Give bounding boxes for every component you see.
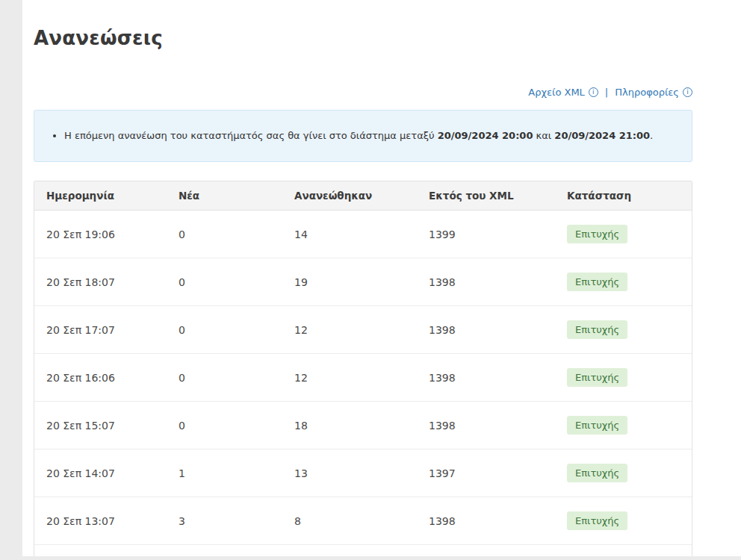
table-row: 20 Σεπ 19:06 0 14 1399 Επιτυχής [34,211,692,258]
xml-file-link-label: Αρχείο XML [528,87,585,98]
column-header-status: Κατάσταση [555,181,692,211]
table-row: 20 Σεπ 17:07 0 12 1398 Επιτυχής [34,306,692,354]
table-row: 20 Σεπ 15:07 0 18 1398 Επιτυχής [34,402,692,449]
column-header-outside-xml: Εκτός του XML [417,181,555,211]
alert-start-datetime: 20/09/2024 20:00 [438,130,533,141]
cell-new: 0 [167,306,282,354]
status-badge: Επιτυχής [567,273,627,291]
cell-new: 0 [167,545,282,556]
status-badge: Επιτυχής [567,320,627,339]
cell-date: 20 Σεπ 12:07 [34,545,167,556]
cell-date: 20 Σεπ 14:07 [34,449,167,497]
cell-renewed: 13 [282,449,417,497]
status-badge: Επιτυχής [567,368,627,387]
alert-text: Η επόμενη ανανέωση του καταστήματός σας … [64,130,438,141]
cell-outside-xml: 1398 [417,258,555,306]
next-renewal-message: Η επόμενη ανανέωση του καταστήματός σας … [64,129,677,143]
status-badge: Επιτυχής [567,464,627,482]
toolbar: Αρχείο XMLi|Πληροφορίεςi [34,87,692,98]
xml-file-link[interactable]: Αρχείο XMLi [528,87,598,98]
cell-outside-xml: 1398 [417,354,555,402]
cell-date: 20 Σεπ 13:07 [34,497,167,545]
next-renewal-alert: Η επόμενη ανανέωση του καταστήματός σας … [34,110,692,162]
table-row: 20 Σεπ 18:07 0 19 1398 Επιτυχής [34,258,692,306]
information-link[interactable]: Πληροφορίεςi [615,87,692,98]
cell-renewed: 16 [282,545,417,556]
table-row: 20 Σεπ 13:07 3 8 1398 Επιτυχής [34,497,692,545]
cell-new: 3 [167,497,282,545]
renewals-table: Ημερομηνία Νέα Ανανεώθηκαν Εκτός του XML… [34,181,692,556]
info-icon[interactable]: i [683,87,692,97]
information-link-label: Πληροφορίες [615,87,679,98]
cell-date: 20 Σεπ 16:06 [34,354,167,402]
cell-new: 0 [167,354,282,402]
cell-outside-xml: 1398 [417,497,555,545]
cell-outside-xml: 1399 [417,211,555,258]
status-badge: Επιτυχής [567,511,627,530]
cell-renewed: 18 [282,402,417,449]
cell-date: 20 Σεπ 18:07 [34,258,167,306]
table-header-row: Ημερομηνία Νέα Ανανεώθηκαν Εκτός του XML… [34,181,692,211]
table-row: 20 Σεπ 14:07 1 13 1397 Επιτυχής [34,449,692,497]
cell-outside-xml: 1397 [417,545,555,556]
cell-renewed: 19 [282,258,417,306]
status-badge: Επιτυχής [567,416,627,435]
renewals-table-container: Ημερομηνία Νέα Ανανεώθηκαν Εκτός του XML… [34,181,692,556]
cell-renewed: 12 [282,306,417,354]
cell-date: 20 Σεπ 17:07 [34,306,167,354]
status-badge: Επιτυχής [567,225,627,243]
cell-renewed: 8 [282,497,417,545]
cell-new: 0 [167,211,282,258]
column-header-new: Νέα [167,181,282,211]
table-row: 20 Σεπ 12:07 0 16 1397 Επιτυχής [34,545,692,556]
alert-text: και [533,130,554,141]
cell-renewed: 14 [282,211,417,258]
alert-end-datetime: 20/09/2024 21:00 [554,130,650,141]
cell-date: 20 Σεπ 15:07 [34,402,167,449]
cell-new: 1 [167,449,282,497]
page-title: Ανανεώσεις [34,27,692,49]
cell-outside-xml: 1398 [417,402,555,449]
cell-renewed: 12 [282,354,417,402]
alert-text: . [650,130,653,141]
column-header-date: Ημερομηνία [34,181,167,211]
toolbar-separator: | [605,87,608,98]
info-icon[interactable]: i [589,87,598,97]
content-panel: Ανανεώσεις Αρχείο XMLi|Πληροφορίεςi Η επ… [22,0,741,556]
cell-new: 0 [167,402,282,449]
cell-outside-xml: 1397 [417,449,555,497]
column-header-renewed: Ανανεώθηκαν [282,181,417,211]
cell-outside-xml: 1398 [417,306,555,354]
cell-date: 20 Σεπ 19:06 [34,211,167,258]
cell-new: 0 [167,258,282,306]
table-row: 20 Σεπ 16:06 0 12 1398 Επιτυχής [34,354,692,402]
